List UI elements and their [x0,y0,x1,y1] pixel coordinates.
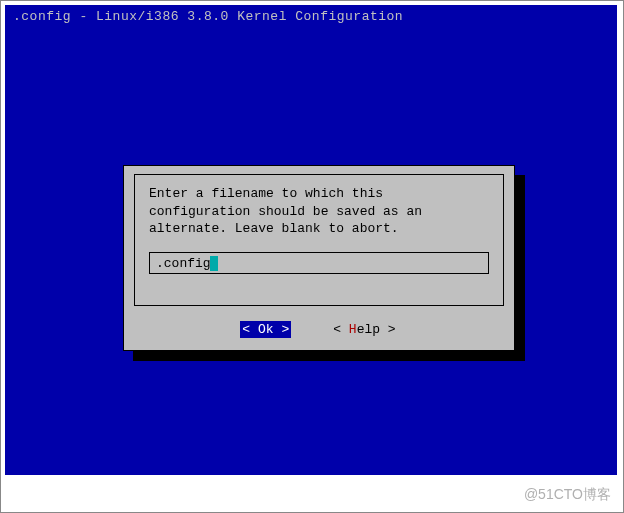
terminal-screen: .config - Linux/i386 3.8.0 Kernel Config… [5,5,617,475]
help-button[interactable]: < Help > [331,321,397,338]
filename-input[interactable]: .config [149,252,489,274]
ok-button[interactable]: < Ok > [240,321,291,338]
filename-value: .config [156,256,211,271]
window-title: .config - Linux/i386 3.8.0 Kernel Config… [5,5,617,28]
text-cursor [210,256,218,271]
save-dialog: Enter a filename to which this configura… [123,165,515,351]
watermark: @51CTO博客 [524,486,611,504]
dialog-prompt: Enter a filename to which this configura… [149,185,489,238]
dialog-buttons: < Ok > < Help > [124,321,514,338]
dialog-content: Enter a filename to which this configura… [134,174,504,306]
